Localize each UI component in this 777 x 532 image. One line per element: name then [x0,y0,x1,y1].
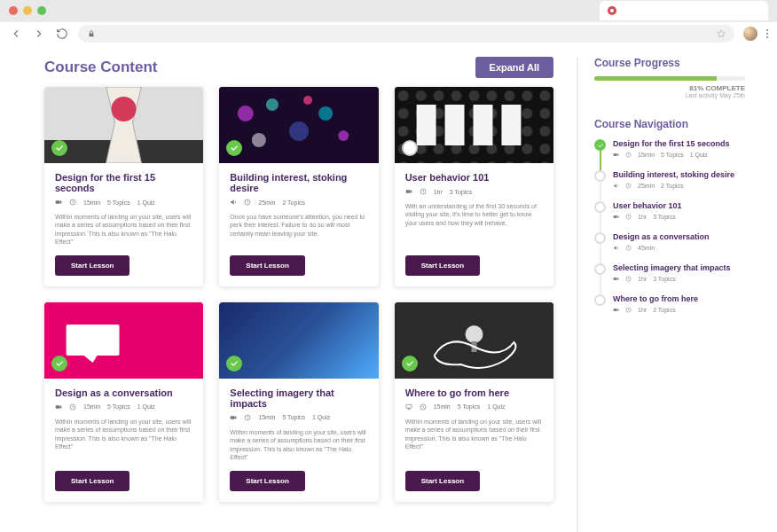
course-cards-grid: Design for the first 15 seconds 15min5 T… [44,87,553,502]
url-bar[interactable] [78,25,734,43]
quiz-count: 1 Quiz [137,403,155,410]
course-card[interactable]: User behavior 101 1hr3 Topics With an un… [395,87,553,286]
card-meta: 15min5 Topics1 Quiz [55,403,192,411]
card-thumbnail [219,302,378,379]
duration: 45min [638,245,655,251]
duration: 25min [258,200,275,206]
video-icon [405,188,412,195]
nav-item-title: Design as a conversation [613,232,745,241]
complete-check-icon [402,356,418,372]
topics-count: 2 Topics [661,183,684,189]
complete-check-icon [226,356,242,372]
progress-percent: 81% COMPLETE [594,84,745,92]
clock-icon [625,245,632,251]
svg-rect-18 [614,215,617,218]
topics-count: 3 Topics [653,276,676,282]
page-title: Course Content [44,59,158,76]
svg-rect-15 [614,153,617,156]
course-card[interactable]: Building interest, stoking desire 25min2… [219,87,378,286]
card-thumbnail [395,87,553,163]
duration: 1hr [434,189,443,195]
topics-count: 5 Topics [661,152,684,158]
start-lesson-button[interactable]: Start Lesson [405,471,480,491]
nav-item-title: Design for the first 15 seconds [613,139,745,148]
window-min-icon[interactable] [23,6,32,15]
duration: 15min [83,200,100,206]
start-lesson-button[interactable]: Start Lesson [55,471,130,491]
quiz-count: 1 Quiz [137,200,155,206]
window-close-icon[interactable] [9,6,18,15]
browser-chrome [0,0,777,44]
nav-item[interactable]: Design as a conversation 45min [594,232,745,263]
window-max-icon[interactable] [37,6,46,15]
video-icon [613,152,619,158]
back-button[interactable] [9,27,23,41]
reload-button[interactable] [55,27,69,41]
duration: 1hr [638,307,647,313]
start-lesson-button[interactable]: Start Lesson [405,255,480,276]
video-icon [613,276,619,282]
incomplete-circle-icon [402,140,418,156]
card-meta: 15min5 Topics1 Quiz [230,414,367,421]
chrome-icon [607,5,617,16]
course-card[interactable]: Design for the first 15 seconds 15min5 T… [44,87,203,286]
nav-item-title: Where to go from here [613,294,745,303]
start-lesson-button[interactable]: Start Lesson [230,471,304,491]
complete-check-icon [51,356,67,372]
card-meta: 1hr3 Topics [405,188,543,195]
duration: 25min [638,183,655,189]
duration: 1hr [638,214,647,220]
quiz-count: 1 Quiz [690,152,708,158]
card-title: User behavior 101 [405,172,543,183]
nav-item[interactable]: Where to go from here 1hr2 Topics [594,294,745,325]
duration: 15min [258,414,275,420]
star-icon[interactable] [717,29,726,38]
topics-count: 2 Topics [282,200,305,206]
duration: 15min [83,403,100,410]
start-lesson-button[interactable]: Start Lesson [55,255,130,276]
start-lesson-button[interactable]: Start Lesson [230,255,304,276]
nav-item-title: User behavior 101 [613,201,745,210]
card-title: Building interest, stoking desire [230,172,367,193]
svg-rect-4 [56,200,60,203]
nav-item[interactable]: User behavior 101 1hr3 Topics [594,201,745,232]
svg-rect-21 [614,278,617,280]
audio-icon [613,245,619,251]
svg-rect-11 [231,416,235,419]
nav-item-meta: 1hr2 Topics [613,307,745,313]
browser-tab[interactable] [600,1,768,20]
nav-item-title: Selecting imagery that impacts [613,263,745,272]
card-thumbnail [395,302,553,379]
duration: 1hr [638,276,647,282]
nav-item-meta: 1hr3 Topics [613,276,745,282]
nav-item-meta: 45min [613,245,745,251]
topics-count: 3 Topics [450,189,473,195]
svg-point-2 [610,9,614,12]
card-title: Where to go from here [405,387,543,398]
course-card[interactable]: Selecting imagery that impacts 15min5 To… [219,302,378,502]
clock-icon [625,307,632,313]
course-card[interactable]: Design as a conversation 15min5 Topics1 … [44,302,203,502]
browser-menu-icon[interactable] [766,29,768,38]
forward-button[interactable] [32,27,46,41]
screen-icon [405,403,412,411]
incomplete-circle-icon [594,170,606,182]
course-nav-list: Design for the first 15 seconds 15min5 T… [594,139,745,325]
card-description: Within moments of landing on your site, … [230,428,367,462]
nav-item-title: Building interest, stoking desire [613,170,745,179]
nav-title: Course Navigation [594,118,745,130]
incomplete-circle-icon [594,232,606,244]
nav-item[interactable]: Building interest, stoking desire 25min2… [594,170,745,201]
incomplete-circle-icon [594,294,606,306]
card-meta: 15min5 Topics1 Quiz [55,199,192,206]
duration: 15min [638,152,655,158]
expand-all-button[interactable]: Expand All [475,57,553,78]
nav-item[interactable]: Selecting imagery that impacts 1hr3 Topi… [594,263,745,294]
profile-avatar[interactable] [743,27,757,41]
nav-item[interactable]: Design for the first 15 seconds 15min5 T… [594,139,745,170]
svg-rect-13 [406,404,412,408]
topics-count: 3 Topics [653,214,676,220]
course-card[interactable]: Where to go from here 15min5 Topics1 Qui… [395,302,553,502]
card-meta: 15min5 Topics1 Quiz [405,403,543,411]
topics-count: 5 Topics [107,403,130,410]
